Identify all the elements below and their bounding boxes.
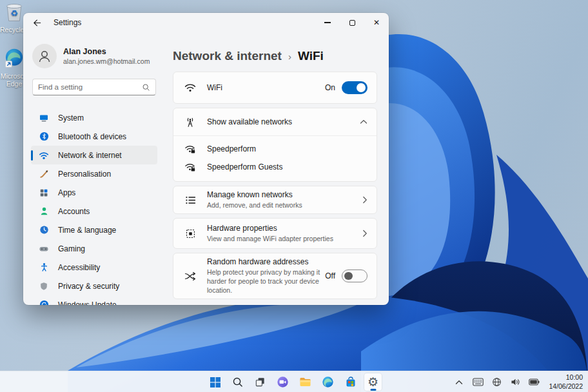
show-networks-header[interactable]: Show available networks [173, 108, 377, 135]
edge-button[interactable] [318, 373, 337, 391]
chevron-up-icon [360, 119, 368, 124]
settings-button[interactable]: ⚙ [364, 373, 382, 391]
store-button[interactable] [341, 373, 360, 391]
sidebar-item-accounts[interactable]: Accounts [31, 202, 157, 220]
card-subtitle: Add, remove, and edit networks [207, 201, 302, 210]
card-subtitle: Help protect your privacy by making it h… [207, 268, 325, 295]
chip-icon [184, 228, 197, 239]
shield-icon [39, 281, 49, 291]
back-button[interactable] [32, 18, 42, 28]
battery-icon [529, 378, 540, 386]
recycle-bin-icon: ♻ [3, 0, 25, 23]
avatar [32, 44, 57, 68]
sidebar-item-network[interactable]: Network & internet [31, 146, 157, 164]
volume-button[interactable] [509, 375, 522, 390]
shuffle-icon [184, 271, 197, 281]
globe-icon [492, 377, 502, 387]
user-account[interactable]: Alan Jones alan.jones.wm@hotmail.com [32, 44, 156, 68]
card-title: Random hardware addresses [207, 257, 325, 266]
list-icon [184, 195, 197, 205]
search-icon [142, 83, 150, 92]
accounts-icon [39, 206, 49, 217]
wifi-secured-icon [184, 162, 197, 172]
main-pane: Network & internet › WiFi WiFi On [164, 32, 389, 305]
wifi-icon [184, 83, 197, 93]
wifi-state-label: On [325, 83, 335, 92]
settings-window: Settings ✕ Alan Jones [23, 13, 389, 305]
hardware-properties-card[interactable]: Hardware properties View and manage WiFi… [173, 218, 377, 249]
task-view-button[interactable] [251, 373, 270, 391]
card-title: Manage known networks [207, 190, 302, 199]
sidebar-item-personalisation[interactable]: Personalisation [31, 164, 157, 183]
edge-icon [322, 376, 334, 388]
card-title: Hardware properties [207, 224, 333, 233]
network-list-item[interactable]: Speedperform [173, 140, 377, 158]
titlebar: Settings ✕ [23, 13, 389, 32]
tray-time: 10:00 [549, 373, 583, 382]
sidebar: Alan Jones alan.jones.wm@hotmail.com Sys… [23, 32, 164, 305]
gear-icon: ⚙ [368, 376, 378, 388]
chat-button[interactable] [273, 373, 292, 391]
sidebar-item-bluetooth[interactable]: Bluetooth & devices [31, 127, 157, 146]
network-list-item[interactable]: Speedperform Guests [173, 158, 377, 176]
random-hw-toggle[interactable] [342, 270, 368, 282]
chat-icon [277, 376, 289, 388]
sidebar-item-gaming[interactable]: Gaming [31, 239, 157, 258]
svg-text:♻: ♻ [10, 8, 18, 18]
wifi-toggle[interactable] [342, 81, 368, 94]
search-input[interactable] [38, 83, 142, 91]
gamepad-icon [39, 244, 49, 254]
sidebar-item-system[interactable]: System [31, 108, 157, 127]
minimize-icon [324, 22, 331, 23]
manage-known-networks-card[interactable]: Manage known networks Add, remove, and e… [173, 186, 377, 214]
wifi-label: WiFi [207, 83, 222, 92]
close-button[interactable]: ✕ [364, 13, 389, 32]
sidebar-nav: System Bluetooth & devices Network & int… [31, 108, 157, 305]
network-name: Speedperform Guests [207, 162, 282, 172]
bluetooth-icon [39, 132, 49, 142]
sidebar-item-privacy-security[interactable]: Privacy & security [31, 277, 157, 295]
wifi-secured-icon [184, 144, 197, 154]
close-icon: ✕ [373, 19, 380, 26]
start-button[interactable] [206, 373, 224, 391]
store-icon [345, 377, 357, 388]
chevron-up-icon [455, 380, 463, 385]
available-networks-card: Show available networks Speedperform [173, 108, 377, 182]
maximize-icon [349, 20, 355, 26]
breadcrumb-separator: › [288, 51, 291, 62]
sidebar-item-windows-update[interactable]: Windows Update [31, 295, 157, 305]
sidebar-item-apps[interactable]: Apps [31, 183, 157, 202]
edge-icon [3, 48, 25, 70]
sidebar-item-time-language[interactable]: Time & language [31, 220, 157, 239]
touch-keyboard-button[interactable] [471, 375, 484, 390]
battery-button[interactable] [527, 375, 540, 390]
network-status-button[interactable] [490, 375, 503, 390]
person-icon [37, 48, 52, 64]
network-name: Speedperform [207, 144, 256, 153]
window-title: Settings [54, 18, 81, 27]
wifi-toggle-card: WiFi On [173, 72, 377, 104]
sidebar-item-accessibility[interactable]: Accessibility [31, 258, 157, 277]
taskbar-search-button[interactable] [228, 373, 247, 391]
minimize-button[interactable] [315, 13, 340, 32]
clock-icon [39, 225, 49, 235]
page-title: WiFi [298, 49, 324, 63]
breadcrumb: Network & internet › WiFi [173, 49, 377, 63]
antenna-icon [184, 117, 197, 128]
search-box[interactable] [32, 79, 156, 95]
tray-chevron-up[interactable] [453, 375, 466, 390]
speaker-icon [511, 378, 520, 386]
breadcrumb-parent[interactable]: Network & internet [173, 49, 282, 63]
user-email: alan.jones.wm@hotmail.com [63, 57, 150, 65]
update-icon [39, 300, 49, 306]
chevron-right-icon [362, 230, 368, 237]
windows-logo-icon [210, 377, 221, 388]
taskbar: ⚙ [0, 371, 588, 392]
system-icon [39, 113, 49, 123]
file-explorer-button[interactable] [296, 373, 315, 391]
keyboard-icon [473, 378, 484, 386]
apps-icon [39, 188, 49, 198]
taskbar-clock[interactable]: 10:00 14/06/2022 [549, 373, 583, 391]
system-tray: 10:00 14/06/2022 [453, 371, 583, 392]
maximize-button[interactable] [340, 13, 364, 32]
